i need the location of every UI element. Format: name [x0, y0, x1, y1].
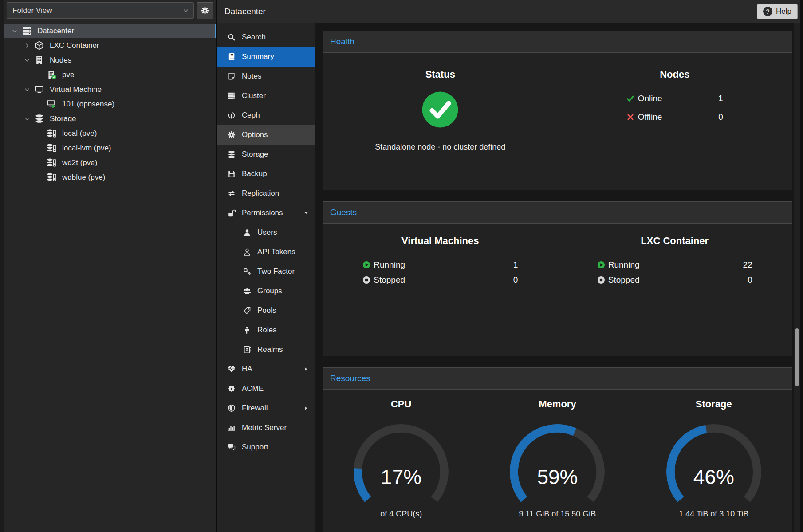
menu-item-acme[interactable]: ACME: [217, 379, 315, 398]
submenu-arrow: [303, 366, 309, 372]
tree-expander[interactable]: [22, 57, 32, 63]
tree-item-local-pve[interactable]: local (pve): [4, 126, 216, 141]
storage-drive-icon: [47, 143, 56, 153]
health-panel: Health Status Standalone node - no clust…: [323, 31, 792, 190]
tree-item-wd2t-pve[interactable]: wd2t (pve): [4, 155, 216, 170]
view-mode-select[interactable]: Folder View: [7, 2, 194, 19]
tree-icon-box: [32, 41, 46, 50]
tree-expander[interactable]: [9, 28, 20, 34]
menu-item-ceph[interactable]: Ceph: [217, 106, 315, 125]
tree-item-storage[interactable]: Storage: [4, 111, 216, 126]
menu-item-label: Ceph: [242, 111, 260, 120]
menu-item-cluster[interactable]: Cluster: [217, 86, 315, 106]
guest-state-label: Stopped: [374, 275, 405, 285]
users-icon: [243, 287, 251, 295]
menu-item-ha[interactable]: HA: [217, 359, 315, 379]
menu-item-storage[interactable]: Storage: [217, 145, 315, 164]
menu-item-pools[interactable]: Pools: [217, 301, 315, 320]
node-status-row-online: Online1: [626, 94, 723, 103]
menu-item-label: Storage: [242, 150, 268, 159]
menu-item-label: Firewall: [242, 404, 268, 413]
menu-icon-box: [226, 209, 237, 217]
menu-item-support[interactable]: Support: [217, 437, 315, 457]
play-circle-icon: [362, 261, 370, 269]
menu-item-backup[interactable]: Backup: [217, 164, 315, 184]
tree-item-101-opnsense[interactable]: 101 (opnsense): [4, 97, 216, 111]
guest-row-running: Running22: [597, 260, 752, 270]
menu-item-roles[interactable]: Roles: [217, 320, 315, 340]
menu-icon-box: [241, 248, 253, 256]
menu-icon-box: [226, 404, 237, 412]
tree-settings-button[interactable]: [197, 2, 213, 19]
guests-panel-body: Virtual MachinesRunning1Stopped0LXC Cont…: [323, 224, 792, 356]
menu-item-replication[interactable]: Replication: [217, 184, 315, 203]
tree-item-pve[interactable]: pve: [4, 67, 216, 82]
tree-item-lxc-container[interactable]: LXC Container: [4, 38, 216, 53]
gauge-title: Memory: [539, 398, 576, 410]
tree-item-nodes[interactable]: Nodes: [4, 53, 216, 67]
node-status-value: 1: [718, 94, 723, 103]
chevron-down-icon: [24, 57, 30, 63]
guest-state-label: Running: [608, 260, 640, 270]
menu-item-users[interactable]: Users: [217, 223, 315, 242]
menu-item-metric-server[interactable]: Metric Server: [217, 418, 315, 437]
tree-icon-box: [45, 99, 58, 109]
gauge-detail: 1.44 TiB of 3.10 TiB: [679, 509, 748, 519]
tree-icon-box: [45, 173, 58, 182]
main-region: Datacenter ? Help SearchSummaryNotesClus…: [216, 0, 803, 532]
node-status-label: Online: [638, 94, 662, 103]
menu-item-label: ACME: [242, 384, 264, 393]
gear-icon: [228, 131, 236, 139]
gauge-percent-value: 46%: [647, 465, 780, 489]
tree-expander[interactable]: [22, 43, 32, 49]
menu-icon-box: [241, 346, 253, 354]
resources-panel: Resources CPU17%of 4 CPU(s)Memory59%9.11…: [323, 367, 792, 532]
big-check-icon: [421, 91, 459, 128]
help-button[interactable]: ? Help: [757, 4, 798, 19]
tree-item-datacenter[interactable]: Datacenter: [4, 24, 216, 38]
guest-row-running: Running1: [362, 260, 518, 270]
menu-item-permissions[interactable]: Permissions: [217, 203, 315, 223]
gauge-svg: [335, 421, 468, 505]
tree-item-virtual-machine[interactable]: Virtual Machine: [4, 82, 216, 97]
guest-state-value: 0: [748, 275, 752, 285]
tree-item-wdblue-pve[interactable]: wdblue (pve): [4, 170, 216, 185]
menu-item-notes[interactable]: Notes: [217, 67, 315, 86]
menu-item-summary[interactable]: Summary: [217, 47, 315, 67]
gear-icon: [201, 7, 209, 15]
search-icon: [228, 33, 236, 41]
floppy-icon: [228, 170, 236, 178]
menu-item-options[interactable]: Options: [217, 125, 315, 145]
guests-panel: Guests Virtual MachinesRunning1Stopped0L…: [323, 201, 792, 356]
menu-icon-box: [226, 424, 237, 432]
resource-tree-panel: Folder View DatacenterLXC ContainerNodes…: [4, 0, 216, 532]
resources-panel-body: CPU17%of 4 CPU(s)Memory59%9.11 GiB of 15…: [323, 390, 792, 532]
storage-drive-icon: [47, 173, 56, 182]
bar-chart-icon: [228, 424, 236, 432]
tree-expander[interactable]: [22, 87, 32, 93]
check-icon: [626, 95, 634, 102]
menu-item-search[interactable]: Search: [217, 28, 315, 47]
menu-item-label: Realms: [257, 345, 283, 354]
tree-expander[interactable]: [22, 116, 32, 122]
menu-item-label: Roles: [257, 326, 276, 335]
certificate-icon: [228, 385, 236, 393]
resources-panel-title: Resources: [323, 368, 792, 390]
menu-item-label: Summary: [242, 52, 274, 61]
tree-item-label: wdblue (pve): [62, 173, 105, 182]
vertical-scrollbar[interactable]: [794, 23, 800, 532]
menu-item-firewall[interactable]: Firewall: [217, 398, 315, 418]
stop-circle-icon: [597, 276, 605, 284]
scrollbar-thumb[interactable]: [795, 328, 799, 386]
triangle-right-icon: [303, 406, 309, 411]
menu-item-api-tokens[interactable]: API Tokens: [217, 242, 315, 262]
menu-icon-box: [226, 189, 237, 197]
tags-icon: [243, 307, 251, 315]
tree-item-local-lvm-pve[interactable]: local-lvm (pve): [4, 141, 216, 155]
menu-item-realms[interactable]: Realms: [217, 340, 315, 359]
menu-item-two-factor[interactable]: Two Factor: [217, 262, 315, 281]
nodes-rows: Online1Offline0: [626, 94, 723, 122]
gauge-storage: Storage46%1.44 TiB of 3.10 TiB: [636, 398, 792, 519]
menu-item-groups[interactable]: Groups: [217, 281, 315, 301]
health-status-column: Status Standalone node - no cluster defi…: [323, 69, 558, 190]
